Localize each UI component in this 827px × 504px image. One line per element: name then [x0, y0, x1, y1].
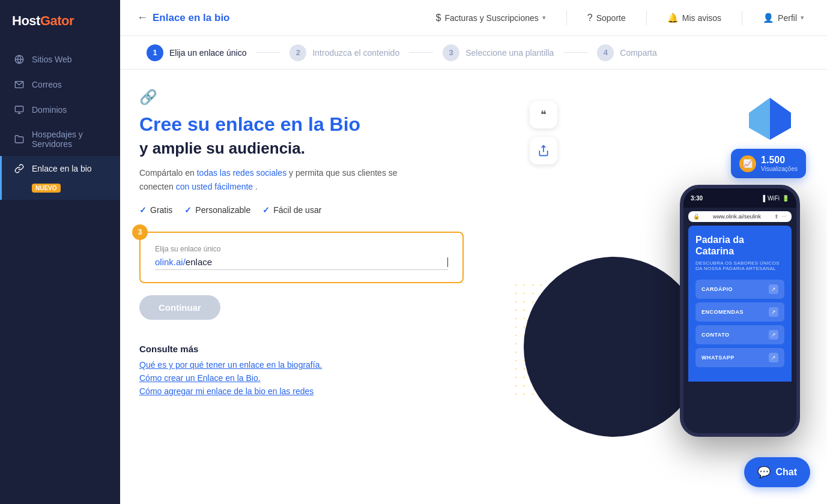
phone-notch: 3:30 ▐ WiFi 🔋 — [683, 188, 796, 208]
input-label: Elija su enlace único — [155, 245, 448, 253]
views-icon: 📈 — [739, 155, 756, 172]
steps-bar: 1 Elija un enlace único 2 Introduzca el … — [120, 36, 827, 70]
sidebar-item-label: Correos — [32, 80, 62, 89]
step-badge-3: 3 — [132, 224, 148, 240]
consulte-link-3[interactable]: Cómo agregar mi enlace de la bio en las … — [139, 386, 488, 396]
svg-rect-3 — [15, 106, 23, 112]
sidebar-item-label: Sitios Web — [32, 55, 72, 64]
phone-menu-label-3: CONTATO — [701, 332, 730, 338]
lock-icon: 🔒 — [693, 214, 700, 220]
url-input-field[interactable] — [186, 257, 447, 267]
share-browser-icon: ⬆ — [774, 214, 779, 220]
logo: HostGator — [0, 0, 120, 42]
views-label: Visualizações — [761, 166, 798, 172]
sidebar-item-correos[interactable]: Correos — [0, 72, 120, 97]
continue-button[interactable]: Continuar — [139, 295, 220, 320]
top-header: ← Enlace en la bio $ Facturas y Suscripc… — [120, 0, 827, 36]
page-title: Enlace en la bio — [153, 12, 230, 24]
phone-menu-label-2: ENCOMENDAS — [701, 309, 744, 315]
desc-text-1: Compártalo en — [139, 168, 197, 178]
step-connector-2 — [409, 52, 433, 53]
phone-menu-arrow-3: ↗ — [769, 330, 778, 340]
svg-marker-8 — [749, 98, 770, 140]
domain-icon — [14, 104, 25, 115]
step-2: 2 Introduzca el contenido — [280, 44, 409, 61]
phone-content: Padaria da Catarina DESCUBRA OS SABORES … — [688, 226, 792, 382]
main-area: ← Enlace en la bio $ Facturas y Suscripc… — [120, 0, 827, 504]
support-action[interactable]: ? Soporte — [581, 9, 632, 27]
phone-menu-label-4: WHATSAPP — [701, 355, 735, 361]
text-cursor — [447, 257, 448, 267]
main-title: Cree su enlace en la Bio — [139, 113, 488, 136]
consulte-link-1[interactable]: Qué es y por qué tener un enlace en la b… — [139, 360, 488, 370]
views-info: 1.500 Visualizações — [761, 155, 798, 172]
desc-link-2[interactable]: con usted fácilmente — [176, 182, 253, 191]
desc-link-1[interactable]: todas las redes sociales — [197, 168, 286, 178]
step-1-label: Elija un enlace único — [169, 48, 246, 58]
bell-icon: 🔔 — [667, 13, 679, 23]
left-panel: 🔗 Cree su enlace en la Bio y amplie su a… — [139, 89, 488, 400]
url-input-row: olink.ai/ — [155, 257, 448, 270]
share-icon — [530, 137, 557, 164]
sidebar-item-dominios[interactable]: Dominios — [0, 97, 120, 122]
sidebar-item-label: Enlace en la bio — [32, 164, 92, 173]
folder-icon — [14, 134, 25, 145]
wifi-icon: WiFi — [768, 195, 780, 202]
new-badge: NUEVO — [32, 184, 61, 193]
phone-menu-item-3: CONTATO ↗ — [695, 325, 784, 344]
sidebar-item-sitios-web[interactable]: Sitios Web — [0, 47, 120, 72]
url-prefix: olink.ai/ — [155, 257, 186, 267]
billing-icon: $ — [435, 13, 441, 23]
support-icon: ? — [587, 13, 593, 23]
header-separator — [566, 11, 567, 25]
consulte-link-2[interactable]: Cómo crear un Enlace en la Bio. — [139, 373, 488, 383]
sidebar-nav: Sitios Web Correos Dominios Hospedajes y… — [0, 42, 120, 205]
feature-personalizable: ✓ Personalizable — [184, 205, 250, 215]
header-separator-2 — [646, 11, 647, 25]
check-icon-1: ✓ — [139, 205, 147, 215]
link-icon — [14, 163, 25, 174]
phone-brand-sub: DESCUBRA OS SABORES ÚNICOS DA NOSSA PADA… — [695, 260, 784, 271]
chat-button[interactable]: 💬 Chat — [744, 457, 810, 487]
step-4-label: Comparta — [620, 48, 656, 58]
step-3: 3 Seleccione una plantilla — [433, 44, 563, 61]
content-area: 🔗 Cree su enlace en la Bio y amplie su a… — [120, 70, 827, 504]
back-arrow-icon: ← — [137, 11, 148, 24]
back-nav[interactable]: ← Enlace en la bio — [137, 11, 230, 24]
feature-gratis: ✓ Gratis — [139, 205, 172, 215]
step-3-label: Seleccione una plantilla — [465, 48, 554, 58]
features-list: ✓ Gratis ✓ Personalizable ✓ Fácil de usa… — [139, 205, 488, 215]
phone-menu-label-1: CARDÁPIO — [701, 286, 733, 292]
sidebar-item-label: Dominios — [32, 105, 67, 115]
sidebar-item-label: Hospedajes y Servidores — [32, 130, 108, 149]
step-1-num: 1 — [147, 44, 163, 61]
dark-circle-decoration — [524, 257, 704, 437]
right-panel: ❝ 📈 1.500 Visua — [512, 89, 800, 437]
consulte-title: Consulte más — [139, 344, 488, 354]
url-input-box: 3 Elija su enlace único olink.ai/ — [139, 232, 464, 283]
sidebar-item-enlace-bio[interactable]: Enlace en la bio NUEVO — [0, 156, 120, 200]
sidebar: HostGator Sitios Web Correos Dominios Ho… — [0, 0, 120, 504]
step-2-num: 2 — [289, 44, 306, 61]
sidebar-item-hospedajes[interactable]: Hospedajes y Servidores — [0, 122, 120, 156]
more-icon: ⋯ — [781, 214, 787, 220]
profile-action[interactable]: 👤 Perfil ▾ — [757, 9, 810, 27]
profile-label: Perfil — [778, 13, 797, 23]
step-connector-3 — [563, 52, 587, 53]
sub-title: y amplie su audiencia. — [139, 139, 488, 158]
step-4: 4 Comparta — [587, 44, 666, 61]
step-connector-1 — [256, 52, 280, 53]
notices-action[interactable]: 🔔 Mis avisos — [661, 9, 727, 27]
phone-menu-item-4: WHATSAPP ↗ — [695, 348, 784, 367]
step-1: 1 Elija un enlace único — [137, 44, 256, 61]
chat-label: Chat — [775, 467, 797, 478]
billing-action[interactable]: $ Facturas y Suscripciones ▾ — [429, 9, 551, 27]
battery-icon: 🔋 — [782, 195, 789, 202]
desc-text-3: . — [255, 182, 258, 191]
chevron-down-icon: ▾ — [542, 14, 546, 22]
billing-label: Facturas y Suscripciones — [444, 13, 538, 23]
quote-icon: ❝ — [530, 101, 557, 128]
views-number: 1.500 — [761, 155, 798, 166]
phone-menu-arrow-1: ↗ — [769, 284, 778, 294]
content-inner: 🔗 Cree su enlace en la Bio y amplie su a… — [139, 89, 800, 437]
